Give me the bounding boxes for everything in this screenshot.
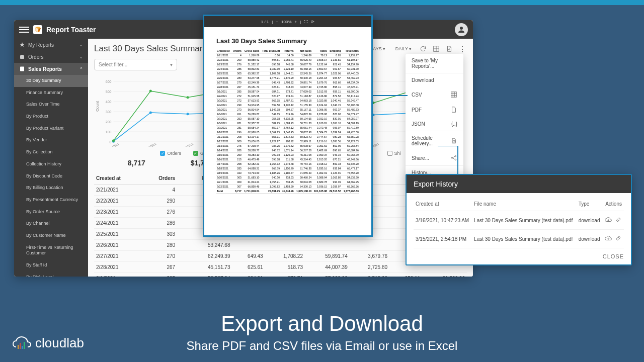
- svg-text:600: 600: [106, 80, 112, 83]
- marketing-text: Export and Download Share PDF and CSV fi…: [0, 312, 644, 353]
- history-row: 3/16/2021, 10:47:23 AMLast 30 Days Sales…: [414, 211, 624, 230]
- pdf-title: Last 30 Days Sales Summary: [216, 37, 359, 45]
- rotate-icon[interactable]: ⟳: [311, 20, 314, 24]
- svg-rect-1: [20, 55, 24, 59]
- nav-my-reports[interactable]: My Reports⌄: [14, 39, 88, 51]
- svg-text:500: 500: [106, 90, 112, 94]
- svg-point-0: [460, 27, 463, 30]
- sidebar-item[interactable]: Finance Summary: [14, 87, 88, 99]
- svg-text:100: 100: [106, 130, 112, 134]
- svg-rect-2: [20, 67, 24, 71]
- menu-save[interactable]: Save to 'My Reports'...: [406, 54, 463, 73]
- menu-download[interactable]: Download: [406, 73, 463, 87]
- sidebar-item[interactable]: By Customer Name: [14, 230, 88, 242]
- pdf-preview: 1 / 1| − 100% +| ⛶ ⟳ Last 30 Days Sales …: [203, 15, 373, 237]
- svg-text:Count: Count: [95, 101, 100, 112]
- svg-point-40: [187, 96, 189, 99]
- nav-orders[interactable]: Orders⌄: [14, 51, 88, 63]
- pdf-toolbar: 1 / 1| − 100% +| ⛶ ⟳: [204, 16, 371, 27]
- svg-rect-49: [451, 92, 457, 98]
- svg-text:2/22/2021: 2/22/2021: [143, 142, 157, 147]
- svg-point-38: [112, 139, 115, 142]
- more-icon[interactable]: ⋮: [458, 44, 467, 53]
- grid-icon[interactable]: [432, 44, 441, 53]
- hamburger-icon[interactable]: [19, 27, 29, 33]
- svg-text:200: 200: [106, 120, 112, 124]
- refresh-icon[interactable]: [419, 44, 428, 53]
- brand-logo: cloudlab: [12, 335, 84, 351]
- svg-text:400: 400: [106, 100, 112, 104]
- sidebar-item[interactable]: By Product Variant: [14, 123, 88, 135]
- close-button[interactable]: CLOSE: [407, 248, 631, 264]
- sidebar-item[interactable]: By Risk Level: [14, 272, 88, 277]
- sidebar-item[interactable]: Collection History: [14, 158, 88, 170]
- nav-sales-reports[interactable]: Sales Reports⌃: [14, 63, 88, 75]
- svg-point-30: [187, 113, 189, 115]
- svg-text:2/23/2021: 2/23/2021: [181, 142, 194, 147]
- export-history-panel: Export History Created at File name Type…: [406, 174, 632, 265]
- svg-point-29: [149, 112, 152, 114]
- sidebar-item[interactable]: By Staff Id: [14, 259, 88, 272]
- menu-json[interactable]: JSON{..}: [406, 117, 463, 131]
- svg-text:0: 0: [110, 140, 112, 144]
- export-icon[interactable]: [445, 44, 454, 53]
- account-icon[interactable]: [455, 23, 468, 36]
- interval-button[interactable]: DAILY ▾: [392, 44, 415, 53]
- svg-text:2/21/2021: 2/21/2021: [106, 142, 120, 147]
- sidebar-item[interactable]: Sales Over Time: [14, 99, 88, 111]
- sidebar-item[interactable]: By Discount Code: [14, 170, 88, 183]
- cloud-download-icon[interactable]: [605, 216, 612, 224]
- cloud-download-icon[interactable]: [605, 235, 612, 243]
- sidebar-item[interactable]: By Billing Location: [14, 182, 88, 194]
- menu-pdf[interactable]: PDF: [406, 102, 463, 117]
- svg-point-39: [149, 90, 152, 93]
- sidebar: My Reports⌄ Orders⌄ Sales Reports⌃ 30 Da…: [14, 39, 88, 277]
- history-row: 3/15/2021, 2:54:18 PMLast 30 Days Sales …: [414, 230, 624, 248]
- link-icon[interactable]: [615, 216, 622, 224]
- fit-icon[interactable]: ⛶: [304, 20, 308, 24]
- sidebar-item[interactable]: By Vendor: [14, 134, 88, 146]
- sidebar-item[interactable]: 30 Day Summary: [14, 75, 88, 87]
- sidebar-item[interactable]: By Collection: [14, 146, 88, 158]
- link-icon[interactable]: [615, 235, 622, 243]
- table-row: 3/1/202128558,587.04684.31873.7157,029.0…: [94, 273, 467, 277]
- app-logo: 🍞: [33, 25, 42, 34]
- filter-select[interactable]: Select filter...▾: [94, 59, 177, 70]
- menu-csv[interactable]: CSV: [406, 87, 463, 102]
- zoom-in-icon[interactable]: +: [295, 20, 297, 24]
- zoom-out-icon[interactable]: −: [276, 20, 278, 24]
- sidebar-item[interactable]: By Channel: [14, 218, 88, 230]
- sidebar-item[interactable]: By Product: [14, 111, 88, 123]
- sidebar-item[interactable]: By Order Source: [14, 206, 88, 218]
- svg-text:300: 300: [106, 110, 112, 114]
- sidebar-item[interactable]: First-Time vs Returning Customer: [14, 242, 88, 259]
- export-history-title: Export History: [407, 175, 631, 193]
- sidebar-item[interactable]: By Presentment Currency: [14, 194, 88, 206]
